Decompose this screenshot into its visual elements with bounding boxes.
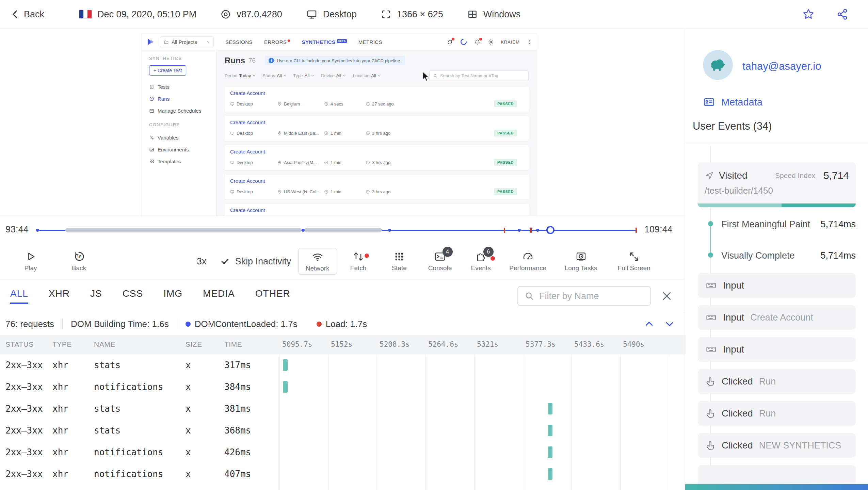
network-request-row[interactable]: 2xx–3xx xhr notifications x 384ms [0, 376, 685, 398]
tab-synthetics[interactable]: SYNTHETICSBETA [302, 39, 347, 45]
tab-metrics[interactable]: METRICS [358, 39, 382, 45]
cell-name: notifications [94, 447, 163, 457]
events-panel-button[interactable]: 6 Events [462, 251, 500, 272]
filter-type[interactable]: TypeAll [293, 73, 315, 78]
run-name-link[interactable]: Create Account [230, 119, 523, 125]
run-card[interactable]: Create Account Desktop Asia Pacific (M..… [225, 145, 529, 170]
cell-size: x [186, 447, 191, 457]
cli-link[interactable]: CLI [293, 58, 300, 63]
network-tab-css[interactable]: CSS [123, 288, 143, 304]
network-panel-button[interactable]: Network [298, 248, 337, 275]
user-email-link[interactable]: tahay@asayer.io [742, 60, 821, 72]
network-tab-js[interactable]: JS [90, 288, 102, 304]
inactivity-segment [304, 228, 382, 232]
column-type[interactable]: TYPE [52, 340, 72, 348]
run-card[interactable]: Create Account Desktop Belgium 4 secs 27… [225, 87, 529, 112]
cell-status: 2xx–3xx [5, 404, 43, 414]
tab-errors[interactable]: ERRORS [264, 39, 290, 45]
back-10-button[interactable]: 10 Back [63, 251, 95, 272]
visited-event-card[interactable]: Visited Speed Index 5,714 /test-builder/… [698, 162, 856, 207]
run-name-link[interactable]: Create Account [230, 90, 523, 96]
timeline-track[interactable] [37, 230, 637, 231]
test-search-box[interactable] [429, 70, 529, 81]
chevron-down-icon[interactable] [664, 319, 675, 329]
os-label: Windows [483, 9, 521, 20]
run-name-link[interactable]: Create Account [230, 207, 523, 213]
filter-status[interactable]: StatusAll [262, 73, 286, 78]
close-panel-icon[interactable] [661, 290, 673, 302]
notifications-bell-icon[interactable] [474, 39, 481, 45]
column-name[interactable]: NAME [94, 340, 115, 348]
network-request-row[interactable]: 2xx–3xx xhr stats x 381ms [0, 398, 685, 420]
back-button[interactable]: Back [10, 9, 44, 20]
column-time[interactable]: TIME [224, 340, 242, 348]
waterfall-bar [548, 446, 552, 458]
runs-content: Runs 76 i Use our CLI to include your Sy… [216, 50, 537, 216]
chevron-up-icon[interactable] [644, 319, 654, 329]
sidebar-section-configure: CONFIGURE [142, 122, 216, 127]
settings-gear-icon[interactable] [487, 39, 494, 45]
run-name-link[interactable]: Create Account [230, 149, 523, 154]
play-button[interactable]: Play [15, 251, 46, 272]
run-card[interactable]: Create Account Desktop US West (N. Cal..… [225, 175, 529, 199]
user-event-click[interactable]: Clicked Run [698, 369, 856, 394]
network-tab-all[interactable]: ALL [10, 288, 28, 304]
filter-location[interactable]: LocationAll [353, 73, 381, 78]
user-event-input[interactable]: Input [698, 273, 856, 298]
run-card[interactable]: Create Account Desktop Middle East (Ba..… [225, 116, 529, 141]
user-event-click[interactable]: Clicked NEW SYNTHETICS [698, 433, 856, 458]
run-card[interactable]: Create Account [225, 204, 529, 216]
user-event-input[interactable]: Input [698, 337, 856, 362]
performance-panel-button[interactable]: Performance [502, 251, 553, 272]
console-panel-button[interactable]: 4 Console [421, 251, 460, 272]
network-request-row[interactable]: 2xx–3xx xhr notifications x 407ms [0, 463, 685, 485]
state-panel-button[interactable]: State [380, 251, 419, 272]
playhead[interactable] [546, 226, 554, 234]
network-request-row[interactable]: 2xx–3xx xhr notifications x 426ms [0, 441, 685, 463]
network-filter-input[interactable] [539, 291, 660, 301]
project-selector[interactable]: All Projects [160, 36, 214, 47]
network-request-row[interactable]: 2xx–3xx xhr stats x 368ms [0, 420, 685, 441]
network-tab-xhr[interactable]: XHR [49, 288, 70, 304]
share-icon[interactable] [836, 8, 849, 21]
cell-status: 2xx–3xx [5, 425, 43, 436]
search-icon [524, 291, 534, 301]
fetch-panel-button[interactable]: Fetch [339, 251, 378, 272]
create-test-button[interactable]: + Create Test [149, 65, 186, 76]
user-event-input[interactable]: Input Create Account [698, 305, 856, 330]
network-request-row[interactable]: 2xx–3xx xhr stats x 317ms [0, 354, 685, 376]
requests-count: 76: requests [5, 319, 54, 329]
metadata-button[interactable]: Metadata [702, 96, 762, 108]
sidebar-item-manage-schedules[interactable]: Manage Schedules [142, 105, 216, 117]
cell-size: x [186, 404, 191, 414]
network-tab-media[interactable]: MEDIA [203, 288, 235, 304]
sidebar-item-environments[interactable]: Environments [142, 144, 216, 156]
user-event-click[interactable]: Clicked Run [698, 401, 856, 426]
network-tab-other[interactable]: OTHER [255, 288, 290, 304]
network-tab-img[interactable]: IMG [163, 288, 182, 304]
sidebar-item-variables[interactable]: Variables [142, 132, 216, 144]
test-search-input[interactable] [440, 73, 525, 78]
sidebar-item-templates[interactable]: Templates [142, 156, 216, 167]
sidebar-item-tests[interactable]: Tests [142, 81, 216, 93]
user-menu[interactable]: KRAIEM [501, 39, 520, 45]
run-name-link[interactable]: Create Account [230, 178, 523, 184]
document-icon [149, 84, 154, 89]
tab-sessions[interactable]: SESSIONS [225, 39, 253, 45]
playback-speed-button[interactable]: 3x [197, 256, 207, 267]
network-filter-box[interactable] [517, 286, 651, 306]
column-status[interactable]: STATUS [5, 340, 34, 348]
long-tasks-panel-button[interactable]: Long Tasks [556, 251, 607, 272]
svg-text:10: 10 [77, 255, 82, 259]
filter-device[interactable]: DeviceAll [321, 73, 346, 78]
filter-period[interactable]: PeriodToday [225, 73, 256, 78]
alerts-icon[interactable] [447, 39, 453, 45]
network-table-header: STATUS TYPE NAME SIZE TIME 5095.7s 5152s… [0, 335, 685, 354]
full-screen-button[interactable]: Full Screen [609, 251, 660, 272]
skip-inactivity-toggle[interactable]: Skip Inactivity [220, 256, 291, 267]
bell-red-dot [479, 38, 482, 40]
kebab-menu-icon[interactable] [527, 39, 532, 45]
column-size[interactable]: SIZE [186, 340, 202, 348]
sidebar-item-runs[interactable]: Runs [142, 93, 216, 105]
favorite-star-icon[interactable] [802, 8, 815, 21]
